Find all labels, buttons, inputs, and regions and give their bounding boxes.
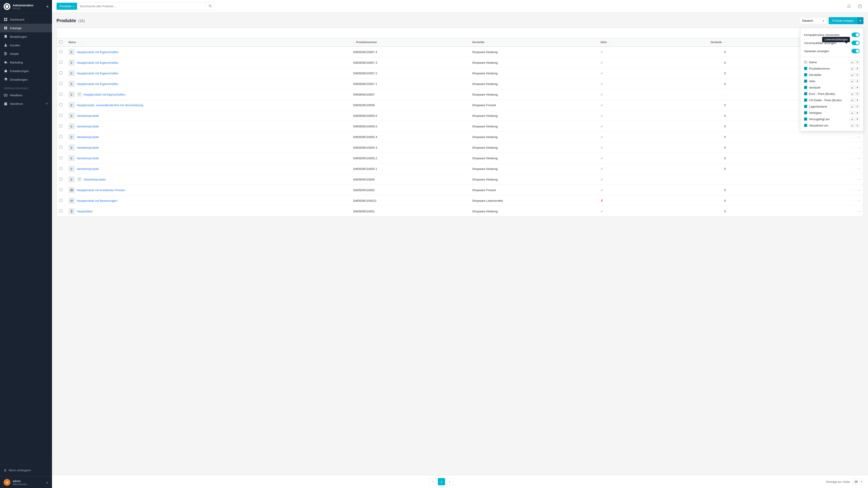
product-name-link[interactable]: Variantenprodukt <box>76 167 99 170</box>
row-actions-button[interactable]: ⋯ <box>857 209 861 214</box>
row-actions-button[interactable]: ⋯ <box>857 199 861 203</box>
create-product-dropdown[interactable]: ▾ <box>857 17 864 24</box>
product-name-link[interactable]: Hauptartikel <box>76 210 92 213</box>
product-name-link[interactable]: Hauptprodukt mit Eigenschaften <box>84 93 125 96</box>
col-move-up-btn[interactable]: ▲ <box>850 111 855 115</box>
col-move-down-btn[interactable]: ▼ <box>855 66 860 70</box>
col-move-up-btn[interactable]: ▲ <box>850 104 855 108</box>
page-size-select[interactable]: 25 <box>852 479 864 485</box>
row-checkbox[interactable] <box>59 177 62 181</box>
col-move-down-btn[interactable]: ▼ <box>855 123 860 127</box>
col-move-up-btn[interactable]: ▲ <box>850 86 855 90</box>
col-checkbox[interactable] <box>804 111 807 114</box>
row-actions-button[interactable]: ⋯ <box>857 145 861 150</box>
row-actions-button[interactable]: ⋯ <box>857 167 861 171</box>
col-checkbox[interactable] <box>804 92 807 95</box>
col-checkbox[interactable] <box>804 61 807 64</box>
row-checkbox[interactable] <box>59 71 62 74</box>
row-checkbox[interactable] <box>59 103 62 106</box>
varianten-toggle[interactable] <box>851 49 860 53</box>
row-checkbox[interactable] <box>59 146 62 149</box>
row-checkbox[interactable] <box>59 114 62 117</box>
search-button[interactable] <box>206 2 215 10</box>
search-input[interactable] <box>77 2 206 10</box>
sidebar-item-dashboard[interactable]: Dashboard <box>0 15 52 24</box>
produktnummer-col-header[interactable]: ⋮ Produktnummer ⋯ <box>350 38 469 46</box>
col-checkbox[interactable] <box>804 124 807 127</box>
col-move-down-btn[interactable]: ▼ <box>855 117 860 121</box>
row-checkbox[interactable] <box>59 61 62 64</box>
row-checkbox[interactable] <box>59 199 62 202</box>
row-checkbox[interactable] <box>59 125 62 127</box>
product-name-link[interactable]: Hauptprodukt mit Eigenschaften <box>76 61 119 64</box>
col-move-down-btn[interactable]: ▼ <box>855 111 860 115</box>
row-actions-button[interactable]: ⋯ <box>857 177 861 182</box>
row-checkbox[interactable] <box>59 50 62 53</box>
row-checkbox[interactable] <box>59 135 62 138</box>
row-actions-button[interactable]: ⋯ <box>857 135 861 139</box>
kompaktmodus-toggle[interactable] <box>851 33 860 37</box>
row-checkbox[interactable] <box>59 167 62 170</box>
col-move-down-btn[interactable]: ▼ <box>855 79 860 83</box>
name-col-header[interactable]: Name ⋯ ⋮ <box>66 38 350 46</box>
product-name-link[interactable]: Hauptprodukt, versandkostenfrei mit Herv… <box>76 103 143 107</box>
create-product-button[interactable]: Produkt anlegen <box>829 17 857 24</box>
product-name-link[interactable]: Hauptprodukt mit Eigenschaften <box>76 51 119 54</box>
aktiv-col-header[interactable]: Aktiv ⋯ <box>598 38 655 46</box>
verkaeufe-col-header[interactable]: Verkäufe ⋯ <box>655 38 728 46</box>
sidebar-item-marketing[interactable]: Marketing <box>0 58 52 67</box>
hersteller-col-header[interactable]: Hersteller ⋯ <box>469 38 598 46</box>
user-menu[interactable]: A admin Administrator ▲ <box>0 477 52 488</box>
search-category-dropdown[interactable]: Produkte ▾ <box>57 3 77 10</box>
row-actions-button[interactable]: ⋯ <box>857 156 861 160</box>
sidebar-item-bestellungen[interactable]: Bestellungen <box>0 32 52 41</box>
col-checkbox[interactable] <box>804 86 807 89</box>
page-1-button[interactable]: 1 <box>438 478 445 485</box>
col-move-up-btn[interactable]: ▲ <box>850 98 855 102</box>
col-checkbox[interactable] <box>804 79 807 83</box>
sidebar-item-storefront[interactable]: Storefront 👁 <box>0 99 52 108</box>
col-move-down-btn[interactable]: ▼ <box>855 98 860 102</box>
product-name-link[interactable]: Variantenprodukt <box>76 125 99 128</box>
col-move-down-btn[interactable]: ▼ <box>855 92 860 96</box>
col-move-up-btn[interactable]: ▲ <box>850 117 855 121</box>
product-name-link[interactable]: Variantenprodukt <box>84 178 105 181</box>
sidebar-item-headless[interactable]: Headless <box>0 91 52 99</box>
row-checkbox[interactable] <box>59 93 62 96</box>
row-checkbox[interactable] <box>59 82 62 85</box>
vorschaubilder-toggle[interactable] <box>851 41 860 45</box>
prev-page-button[interactable]: ‹ <box>430 478 437 485</box>
add-channel-icon[interactable]: ＋ <box>46 87 49 90</box>
col-move-up-btn[interactable]: ▲ <box>850 79 855 83</box>
row-checkbox[interactable] <box>59 188 62 191</box>
col-checkbox[interactable] <box>804 73 807 76</box>
col-move-down-btn[interactable]: ▼ <box>855 86 860 90</box>
product-name-link[interactable]: Variantenprodukt <box>76 114 99 118</box>
sidebar-item-einstellungen[interactable]: Einstellungen <box>0 75 52 84</box>
product-name-link[interactable]: Hauptprodukt mit Bewertungen <box>76 199 117 202</box>
language-select[interactable]: Deutsch <box>799 17 827 24</box>
col-checkbox[interactable] <box>804 67 807 70</box>
col-move-down-btn[interactable]: ▼ <box>855 60 860 64</box>
select-all-checkbox[interactable] <box>59 40 62 43</box>
collapse-menu-btn[interactable]: Menü einklappen <box>4 467 49 474</box>
col-move-up-btn[interactable]: ▲ <box>850 92 855 96</box>
col-move-up-btn[interactable]: ▲ <box>850 66 855 70</box>
product-name-link[interactable]: Hauptprodukt mit erweiterten Preisen <box>76 188 125 192</box>
sidebar-item-inhalte[interactable]: Inhalte <box>0 50 52 58</box>
col-move-up-btn[interactable]: ▲ <box>850 123 855 127</box>
col-move-down-btn[interactable]: ▼ <box>855 104 860 108</box>
notifications-button[interactable] <box>845 3 852 10</box>
sidebar-item-kataloge[interactable]: Kataloge <box>0 24 52 32</box>
product-name-link[interactable]: Hauptprodukt mit Eigenschaften <box>76 72 119 75</box>
help-button[interactable] <box>856 3 864 10</box>
product-name-link[interactable]: Variantenprodukt <box>76 135 99 139</box>
row-checkbox[interactable] <box>59 156 62 159</box>
row-actions-button[interactable]: ⋯ <box>857 188 861 192</box>
product-name-link[interactable]: Variantenprodukt <box>76 146 99 149</box>
col-move-up-btn[interactable]: ▲ <box>850 60 855 64</box>
col-move-down-btn[interactable]: ▼ <box>855 73 860 77</box>
col-checkbox[interactable] <box>804 105 807 108</box>
col-checkbox[interactable] <box>804 98 807 102</box>
product-name-link[interactable]: Variantenprodukt <box>76 157 99 160</box>
